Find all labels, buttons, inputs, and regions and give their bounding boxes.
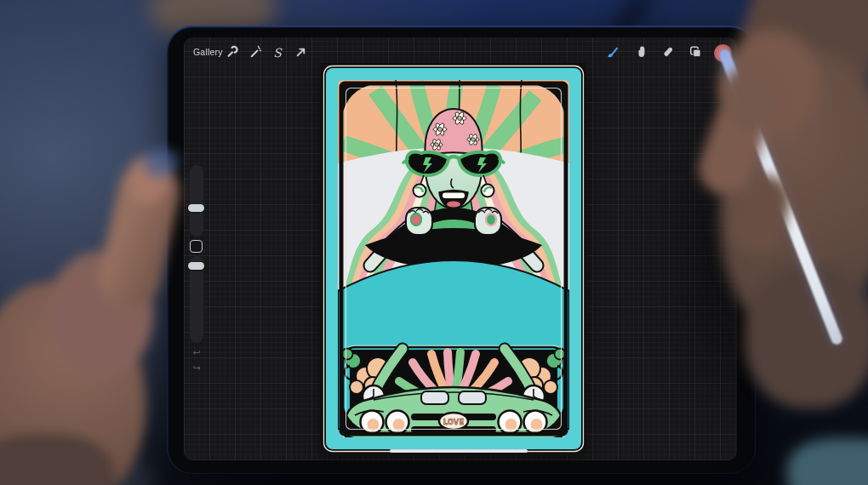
transform-button[interactable]: [292, 44, 309, 61]
paintbrush-icon: [605, 44, 620, 62]
home-indicator[interactable]: [390, 449, 528, 453]
actions-button[interactable]: [222, 44, 239, 61]
smudge-tool-button[interactable]: [632, 44, 649, 61]
love-badge: LOVE: [439, 413, 468, 430]
tablet-device: Gallery S: [167, 26, 756, 474]
gallery-button[interactable]: Gallery: [193, 47, 223, 57]
photo-of-tablet-drawing-scene: { "top_bar": { "gallery_label": "Gallery…: [0, 0, 868, 485]
selection-button[interactable]: S: [269, 44, 286, 61]
artwork-illustration: LOVE: [321, 63, 586, 454]
left-hand: [0, 153, 213, 485]
right-fingers-grip: [702, 77, 821, 272]
eraser-icon: [660, 44, 675, 62]
smudge-finger-icon: [634, 44, 648, 62]
right-lower-palm: [745, 264, 868, 408]
left-thumb-rim-light: [143, 148, 179, 177]
transform-arrow-icon: [294, 44, 308, 62]
tablet-screen: Gallery S: [184, 37, 737, 460]
erase-tool-button[interactable]: [659, 44, 676, 61]
car-front-scene: LOVE: [342, 346, 566, 442]
wrench-icon: [224, 44, 238, 62]
magic-wand-icon: [248, 44, 263, 62]
paint-tool-button[interactable]: [603, 44, 620, 61]
svg-text:LOVE: LOVE: [443, 418, 465, 426]
right-sleeve: [787, 438, 868, 485]
adjustments-button[interactable]: [247, 44, 264, 61]
selection-s-icon: S: [273, 47, 282, 59]
drawing-canvas[interactable]: LOVE: [321, 63, 586, 454]
